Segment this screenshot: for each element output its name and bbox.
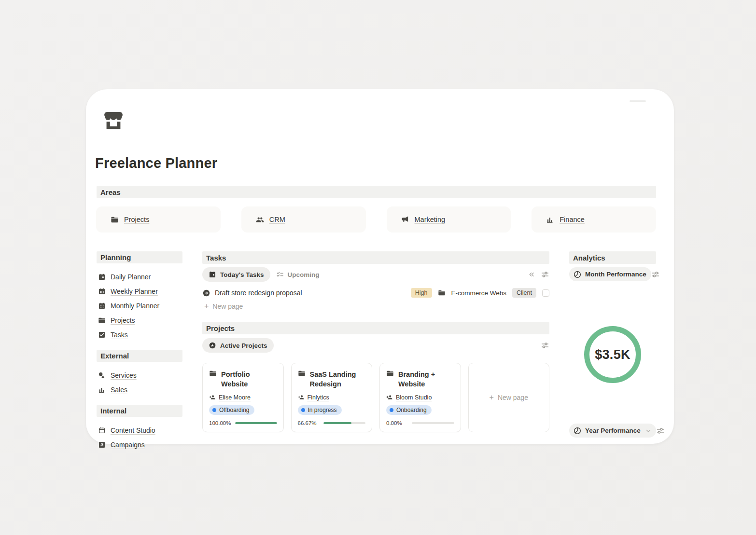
progress-row: 0.00% — [386, 420, 454, 426]
status-dot-icon — [212, 408, 216, 412]
filter-sliders-icon[interactable] — [651, 270, 660, 279]
folder-icon — [209, 370, 217, 377]
sidebar-item-label[interactable]: Tasks — [111, 331, 128, 339]
tasks-new-page-button[interactable]: + New page — [202, 302, 549, 310]
sidebar-header-internal: Internal — [97, 405, 182, 417]
tab-label: Year Performance — [585, 427, 641, 434]
tab-todays-tasks[interactable]: Today's Tasks — [202, 267, 270, 282]
content-columns: Planning Daily Planner Weekly Planner — [97, 251, 656, 452]
task-checkbox[interactable] — [542, 289, 549, 297]
progress-row: 100.00% — [209, 420, 277, 426]
filter-sliders-icon[interactable] — [541, 341, 549, 350]
progress-bar — [323, 422, 366, 424]
sidebar-item-label[interactable]: Content Studio — [111, 426, 155, 434]
page-title: Freelance Planner — [95, 155, 674, 171]
collapse-chevrons-left-icon[interactable] — [527, 270, 536, 279]
project-card-branding-website[interactable]: Branding + Website Bloom Studio Onboardi… — [379, 363, 461, 432]
area-card-crm[interactable]: CRM — [241, 206, 366, 233]
project-client[interactable]: Bloom Studio — [396, 394, 432, 401]
project-card-portfolio-website[interactable]: Portfolio Website Elise Moore Offboardin… — [202, 363, 284, 432]
filter-sliders-icon[interactable] — [541, 270, 549, 279]
calendar-day-icon — [209, 271, 216, 278]
tab-year-performance[interactable]: Year Performance — [569, 424, 656, 438]
star-circle-icon — [209, 342, 216, 349]
calendar-day-icon — [98, 273, 106, 281]
status-badge[interactable]: Offboarding — [209, 405, 254, 415]
sidebar-item-daily-planner[interactable]: Daily Planner — [97, 270, 182, 284]
sidebar-item-content-studio[interactable]: Content Studio — [97, 423, 182, 438]
project-title[interactable]: Branding + Website — [398, 370, 454, 389]
sidebar-item-label[interactable]: Daily Planner — [111, 273, 151, 281]
sidebar-header-label: Internal — [100, 407, 126, 415]
analytics-header-label: Analytics — [573, 254, 605, 262]
status-badge[interactable]: Onboarding — [386, 405, 432, 415]
project-client[interactable]: Elise Moore — [219, 394, 251, 401]
sidebar-item-tasks[interactable]: Tasks — [97, 328, 182, 342]
sidebar: Planning Daily Planner Weekly Planner — [97, 251, 182, 452]
sidebar-item-label[interactable]: Monthly Planner — [111, 302, 159, 310]
folder-icon — [438, 289, 446, 297]
areas-header-label: Areas — [100, 188, 121, 196]
sidebar-item-campaigns[interactable]: Campaigns — [97, 438, 182, 452]
pie-chart-icon — [574, 271, 581, 278]
progress-percent: 0.00% — [386, 420, 407, 426]
area-card-label[interactable]: Marketing — [415, 216, 446, 223]
project-card-saas-landing-redesign[interactable]: SaaS Landing Redesign Finlytics In progr… — [291, 363, 373, 432]
projects-filter-row: Active Projects — [202, 338, 549, 353]
new-page-label: New page — [498, 394, 528, 401]
main-column: Tasks Today's Tasks Upcoming — [202, 251, 549, 432]
area-card-label[interactable]: Finance — [560, 216, 585, 223]
sidebar-header-label: Planning — [100, 253, 131, 261]
folder-icon — [111, 216, 119, 224]
sidebar-item-monthly-planner[interactable]: Monthly Planner — [97, 299, 182, 313]
sidebar-header-external: External — [97, 350, 182, 362]
project-title[interactable]: SaaS Landing Redesign — [310, 370, 366, 389]
pie-chart-icon — [574, 427, 581, 435]
calendar-month-icon — [98, 302, 106, 310]
sidebar-item-weekly-planner[interactable]: Weekly Planner — [97, 284, 182, 299]
task-project-link[interactable]: E-commerce Webs — [451, 289, 507, 297]
tab-month-performance[interactable]: Month Performance — [569, 267, 651, 281]
area-card-finance[interactable]: Finance — [532, 206, 656, 233]
month-performance-row: Month Performance — [569, 267, 656, 281]
progress-bar — [235, 422, 277, 424]
area-card-label[interactable]: CRM — [269, 216, 285, 223]
tab-upcoming[interactable]: Upcoming — [270, 267, 325, 282]
tab-active-projects[interactable]: Active Projects — [202, 338, 274, 353]
projects-new-page-button[interactable]: + New page — [468, 363, 550, 432]
sidebar-item-label[interactable]: Services — [111, 371, 137, 379]
areas-header: Areas — [97, 186, 656, 198]
area-card-projects[interactable]: Projects — [96, 206, 221, 233]
progress-row: 66.67% — [298, 420, 366, 426]
plus-icon: + — [490, 394, 494, 401]
area-card-label[interactable]: Projects — [124, 216, 149, 223]
person-add-icon — [386, 394, 392, 400]
bar-chart-icon — [546, 216, 554, 224]
storefront-icon[interactable] — [100, 105, 127, 131]
sidebar-item-sales[interactable]: Sales — [97, 383, 182, 397]
projects-header: Projects — [202, 322, 549, 334]
sidebar-item-label[interactable]: Weekly Planner — [111, 288, 158, 295]
client-tag-badge[interactable]: Client — [512, 288, 536, 298]
sidebar-item-projects[interactable]: Projects — [97, 313, 182, 328]
sidebar-item-label[interactable]: Projects — [111, 316, 135, 324]
sidebar-item-label[interactable]: Sales — [111, 386, 127, 394]
progress-bar — [412, 422, 454, 424]
task-row[interactable]: Draft store redesign proposal High E-com… — [202, 288, 549, 298]
area-card-marketing[interactable]: Marketing — [387, 206, 511, 233]
project-title[interactable]: Portfolio Website — [221, 370, 277, 389]
sidebar-item-label[interactable]: Campaigns — [111, 441, 145, 449]
checkbox-checked-icon — [98, 331, 106, 339]
priority-badge[interactable]: High — [411, 288, 432, 298]
filter-sliders-icon[interactable] — [656, 426, 665, 435]
calendar-outline-icon — [98, 426, 106, 434]
person-add-icon — [209, 394, 215, 400]
project-client[interactable]: Finlytics — [308, 394, 329, 401]
gauge-ring: $3.5K — [584, 326, 641, 383]
calendar-week-icon — [98, 288, 106, 295]
projects-header-label: Projects — [206, 324, 235, 332]
task-title[interactable]: Draft store redesign proposal — [215, 289, 302, 297]
checklist-icon — [276, 271, 284, 278]
sidebar-item-services[interactable]: Services — [97, 368, 182, 383]
status-badge[interactable]: In progress — [298, 405, 342, 415]
